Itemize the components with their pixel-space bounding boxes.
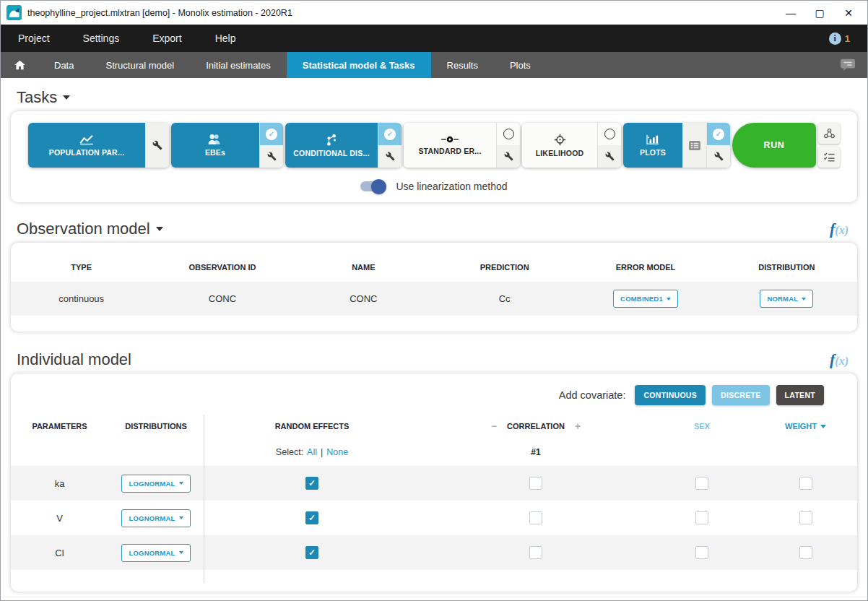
maximize-button[interactable]: ▢ <box>805 3 834 23</box>
sex-covariate-checkbox-cl[interactable] <box>695 546 708 559</box>
correlation-checkbox-ka[interactable] <box>529 477 542 490</box>
check-circle-icon: ✓ <box>266 129 277 140</box>
bar-chart-icon <box>646 134 660 145</box>
task-population-parameters[interactable]: POPULATION PAR... <box>28 123 169 168</box>
add-covariate-label: Add covariate: <box>559 389 626 401</box>
window-title: theophylline_project.mlxtran [demo] - Mo… <box>27 8 292 18</box>
task-label: POPULATION PAR... <box>49 148 125 157</box>
parameter-name: ka <box>11 466 108 501</box>
random-effect-checkbox-v[interactable] <box>305 511 318 524</box>
info-icon[interactable]: i <box>829 33 841 45</box>
home-icon <box>14 59 26 71</box>
tab-initial-estimates[interactable]: Initial estimates <box>190 52 287 78</box>
column-divider <box>204 415 204 583</box>
task-plots[interactable]: PLOTS ✓ <box>623 123 730 168</box>
tab-structural-model[interactable]: Structural model <box>90 52 190 78</box>
distribution-dropdown-ka[interactable]: LOGNORMAL <box>121 475 190 493</box>
col-distribution: DISTRIBUTION <box>716 253 857 282</box>
weight-covariate-checkbox-cl[interactable] <box>799 546 812 559</box>
chevron-down-icon <box>820 425 826 428</box>
titlebar: theophylline_project.mlxtran [demo] - Mo… <box>1 1 867 25</box>
individual-model-title: Individual model <box>17 350 131 369</box>
tab-plots[interactable]: Plots <box>494 52 547 78</box>
task-ebes[interactable]: EBEs ✓ <box>171 123 283 168</box>
random-effect-checkbox-cl[interactable] <box>305 546 318 559</box>
menu-help[interactable]: Help <box>215 33 236 44</box>
tab-results[interactable]: Results <box>431 52 494 78</box>
distribution-dropdown[interactable]: NORMAL <box>760 290 813 308</box>
remove-correlation-button[interactable]: − <box>491 420 497 432</box>
select-all-link[interactable]: All <box>307 447 317 457</box>
tasks-collapse-caret-icon[interactable] <box>63 95 70 100</box>
weight-covariate-checkbox-ka[interactable] <box>799 477 812 490</box>
random-effect-checkbox-ka[interactable] <box>305 477 318 490</box>
menubar: Project Settings Export Help i 1 <box>1 25 867 52</box>
tab-statistical-model-tasks[interactable]: Statistical model & Tasks <box>287 52 431 78</box>
monolix-logo-icon <box>6 5 22 20</box>
weight-covariate-checkbox-v[interactable] <box>799 511 812 524</box>
likelihood-enabled-toggle[interactable] <box>598 123 621 145</box>
menu-export[interactable]: Export <box>152 33 181 44</box>
likelihood-settings-wrench-icon[interactable] <box>598 145 621 168</box>
plots-settings-wrench-icon[interactable] <box>707 145 730 168</box>
chevron-down-icon <box>667 298 671 300</box>
sex-covariate-checkbox-v[interactable] <box>695 511 708 524</box>
select-separator: | <box>321 447 323 457</box>
run-button[interactable]: RUN <box>732 123 816 168</box>
obs-prediction-value: Cc <box>434 282 575 316</box>
conditional-distribution-enabled-toggle[interactable]: ✓ <box>378 123 402 145</box>
minimize-button[interactable]: — <box>776 3 805 23</box>
line-chart-icon <box>79 134 95 145</box>
individual-formula-button[interactable]: f(x) <box>830 350 849 369</box>
obs-id-value: CONC <box>152 282 292 316</box>
workflow-share-icon[interactable] <box>818 123 840 144</box>
add-discrete-covariate-button[interactable]: DISCRETE <box>712 385 770 405</box>
ebes-settings-wrench-icon[interactable] <box>260 145 283 168</box>
menu-settings[interactable]: Settings <box>83 33 120 44</box>
obs-type-value: continuous <box>11 282 152 316</box>
menu-project[interactable]: Project <box>18 33 50 44</box>
obs-name-value: CONC <box>293 282 434 316</box>
conditional-distribution-settings-wrench-icon[interactable] <box>378 145 402 168</box>
main-content: Tasks POPULATION PAR... <box>1 78 867 600</box>
tab-data[interactable]: Data <box>38 52 90 78</box>
col-distributions: DISTRIBUTIONS <box>108 414 204 438</box>
add-correlation-button[interactable]: + <box>575 420 581 432</box>
ebes-enabled-toggle[interactable]: ✓ <box>260 123 283 145</box>
people-icon <box>207 134 224 145</box>
col-error-model: ERROR MODEL <box>575 253 716 282</box>
select-none-link[interactable]: None <box>326 447 348 457</box>
standard-errors-enabled-toggle[interactable] <box>497 123 520 145</box>
plots-enabled-toggle[interactable]: ✓ <box>707 123 730 145</box>
add-latent-covariate-button[interactable]: LATENT <box>776 385 824 405</box>
sex-covariate-checkbox-ka[interactable] <box>695 477 708 490</box>
correlation-checkbox-cl[interactable] <box>529 546 542 559</box>
close-button[interactable]: ✕ <box>834 3 863 23</box>
plots-list-button[interactable] <box>683 123 706 168</box>
task-standard-errors[interactable]: STANDARD ER... <box>404 123 520 168</box>
observation-model-card: TYPE OBSERVATION ID NAME PREDICTION ERRO… <box>11 243 857 332</box>
col-weight-dropdown[interactable]: WEIGHT <box>752 414 859 438</box>
task-checklist-icon[interactable] <box>818 147 840 168</box>
linearization-toggle[interactable] <box>360 181 386 191</box>
observation-formula-button[interactable]: f(x) <box>830 220 849 238</box>
error-model-dropdown[interactable]: COMBINED1 <box>613 290 678 308</box>
distribution-dropdown-cl[interactable]: LOGNORMAL <box>121 544 190 562</box>
correlation-checkbox-v[interactable] <box>529 511 542 524</box>
correlation-group-label: #1 <box>420 438 651 466</box>
observation-model-collapse-caret-icon[interactable] <box>156 227 163 231</box>
population-parameters-settings-wrench-icon[interactable] <box>146 123 169 168</box>
standard-errors-settings-wrench-icon[interactable] <box>497 145 520 168</box>
parameter-row-cl: Cl LOGNORMAL <box>11 535 857 570</box>
branch-scatter-icon <box>325 134 338 146</box>
distribution-dropdown-v[interactable]: LOGNORMAL <box>121 509 190 527</box>
observation-model-title[interactable]: Observation model <box>17 220 150 238</box>
add-continuous-covariate-button[interactable]: CONTINUOUS <box>635 385 706 405</box>
tasks-section-title[interactable]: Tasks <box>17 88 57 107</box>
parameter-name: Cl <box>11 535 108 570</box>
task-label: PLOTS <box>640 148 666 157</box>
feedback-chat-icon[interactable] <box>840 58 856 72</box>
task-conditional-distribution[interactable]: CONDITIONAL DIS... ✓ <box>285 123 402 168</box>
task-likelihood[interactable]: LIKELIHOOD <box>522 123 621 168</box>
tab-home[interactable] <box>1 52 38 78</box>
